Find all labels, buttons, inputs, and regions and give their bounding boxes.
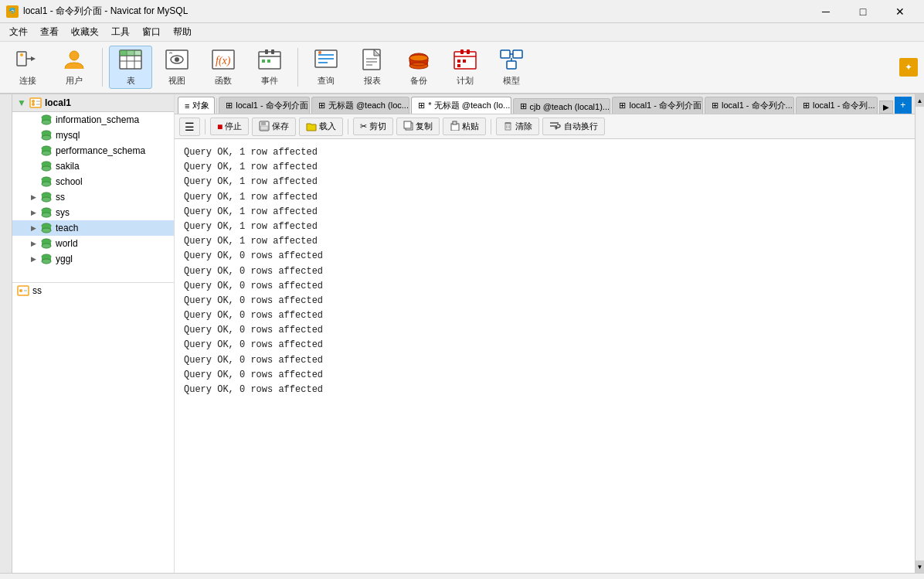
cmd-copy-btn[interactable]: 复制	[396, 118, 440, 135]
terminal-line: Query OK, 0 rows affected	[184, 353, 905, 368]
save-label: 保存	[272, 121, 289, 132]
svg-rect-20	[265, 49, 268, 54]
terminal-line: Query OK, 1 row affected	[184, 234, 905, 249]
user-icon	[62, 49, 87, 73]
tab-cmd2[interactable]: ⊞ local1 - 命令列介面	[612, 97, 703, 114]
report-icon	[360, 49, 385, 73]
toolbar-event[interactable]: 事件	[248, 46, 291, 89]
scroll-up[interactable]: ▲	[916, 94, 924, 107]
toolbar-view[interactable]: 视图	[155, 46, 199, 89]
connection-icon	[29, 97, 42, 108]
svg-point-86	[19, 289, 22, 292]
db-icon	[40, 238, 53, 249]
tab-local1cmd[interactable]: ⊞ local1 - 命令列介...	[705, 97, 794, 114]
menu-window[interactable]: 窗口	[136, 24, 167, 40]
extra-icon: ✦	[899, 58, 918, 77]
sidebar-db-sys[interactable]: ▶ sys	[12, 205, 174, 220]
sidebar-db-information_schema[interactable]: information_schema	[12, 112, 174, 128]
tab-cjb[interactable]: ⊞ cjb @teach (local1)...	[513, 98, 611, 114]
cmd-menu-btn[interactable]: ☰	[179, 118, 200, 136]
svg-point-37	[409, 55, 428, 61]
menu-tools[interactable]: 工具	[105, 24, 136, 40]
sidebar-db-world[interactable]: ▶ world	[12, 236, 174, 251]
sidebar-bottom-ss[interactable]: ss	[12, 282, 174, 298]
cmd-auto-wrap-btn[interactable]: 自动换行	[542, 118, 605, 135]
tab-label: * 无标题 @teach (lo...	[428, 100, 510, 111]
terminal-line: Query OK, 1 row affected	[184, 145, 905, 160]
menu-favorites[interactable]: 收藏夹	[65, 24, 105, 40]
stop-icon: ■	[217, 121, 223, 132]
tab-untitled1[interactable]: ⊞ 无标题 @teach (loc...	[311, 97, 409, 114]
toolbar-report[interactable]: 报表	[351, 46, 394, 89]
minimize-button[interactable]: ─	[808, 0, 844, 23]
svg-rect-44	[463, 60, 466, 63]
sidebar-connection-header[interactable]: ▼ local1	[12, 94, 174, 112]
tab-label: 对象	[192, 100, 209, 111]
sidebar-db-school[interactable]: school	[12, 174, 174, 189]
content-area: ≡ 对象 ⊞ local1 - 命令列介面 ⊞ 无标题 @teach (loc.…	[175, 94, 915, 573]
cmd-paste-btn[interactable]: 粘贴	[443, 118, 486, 135]
add-connection-btn[interactable]: +	[895, 97, 912, 114]
menu-file[interactable]: 文件	[3, 24, 34, 40]
scroll-down[interactable]: ▼	[916, 560, 924, 573]
cmd-clear-btn[interactable]: 清除	[496, 118, 539, 135]
toolbar-plan[interactable]: 计划	[443, 46, 487, 89]
db-name: ss	[56, 192, 65, 203]
svg-rect-43	[457, 64, 460, 67]
main-layout: ▼ local1 information_schema	[0, 94, 924, 573]
toolbar-model[interactable]: 模型	[490, 46, 533, 89]
tab-cmd1[interactable]: ⊞ local1 - 命令列介面	[219, 97, 310, 114]
sidebar-db-performance_schema[interactable]: performance_schema	[12, 143, 174, 158]
sidebar-db-sakila[interactable]: sakila	[12, 158, 174, 174]
svg-rect-10	[120, 50, 127, 56]
sidebar-db-ss[interactable]: ▶ ss	[12, 189, 174, 205]
svg-point-1	[20, 53, 23, 56]
db-icon	[40, 114, 53, 125]
plan-icon	[453, 49, 477, 73]
svg-rect-50	[30, 98, 41, 107]
right-scrollbar[interactable]: ▲ ▼	[915, 94, 924, 573]
svg-point-75	[42, 213, 51, 217]
event-label: 事件	[261, 75, 278, 87]
tab-nav-right[interactable]: ▶	[879, 100, 893, 114]
cmd-save-btn[interactable]: 保存	[252, 118, 296, 136]
tab-label: local1 - 命令列介面	[236, 100, 308, 111]
toolbar-user[interactable]: 用户	[53, 46, 96, 89]
menu-view[interactable]: 查看	[34, 24, 65, 40]
svg-point-52	[32, 103, 35, 106]
svg-rect-47	[507, 61, 516, 69]
toolbar-connect[interactable]: 连接	[6, 46, 49, 89]
bottom-item-name: ss	[32, 285, 42, 296]
cmd-load-btn[interactable]: 载入	[299, 118, 343, 136]
left-panel-strip	[0, 94, 12, 573]
tab-object[interactable]: ≡ 对象	[178, 97, 215, 114]
tab-label: 无标题 @teach (loc...	[328, 100, 409, 111]
user-label: 用户	[66, 75, 83, 87]
menu-help[interactable]: 帮助	[167, 24, 198, 40]
sidebar-db-mysql[interactable]: mysql	[12, 128, 174, 143]
toolbar-query[interactable]: 查询	[304, 46, 348, 89]
maximize-button[interactable]: □	[845, 0, 881, 23]
svg-rect-40	[460, 49, 464, 54]
close-button[interactable]: ✕	[882, 0, 918, 23]
plan-label: 计划	[457, 75, 474, 87]
toolbar-table[interactable]: 表	[109, 46, 152, 89]
toolbar-backup[interactable]: 备份	[397, 46, 440, 89]
cmd-stop-btn[interactable]: ■ 停止	[210, 118, 249, 135]
svg-point-28	[318, 51, 321, 54]
toolbar-func[interactable]: f(x) 函数	[202, 46, 245, 89]
tab-untitled2[interactable]: ⊞ * 无标题 @teach (lo...	[411, 97, 511, 114]
db-icon	[40, 207, 53, 218]
svg-rect-41	[467, 49, 470, 54]
svg-point-51	[32, 100, 35, 103]
svg-rect-45	[501, 50, 510, 58]
tab-bar: ≡ 对象 ⊞ local1 - 命令列介面 ⊞ 无标题 @teach (loc.…	[175, 94, 915, 114]
cmd-sep-3	[491, 119, 491, 135]
sidebar-db-yggl[interactable]: ▶ yggl	[12, 251, 174, 267]
sidebar-db-teach[interactable]: ▶ teach	[12, 220, 174, 236]
cmd-cut-btn[interactable]: ✂ 剪切	[353, 118, 393, 135]
report-label: 报表	[364, 75, 381, 87]
tab-label: local1 - 命令列介...	[722, 100, 793, 111]
menu-icon: ☰	[185, 121, 195, 133]
tab-local1cmd2[interactable]: ⊞ local1 - 命令列...	[796, 97, 878, 114]
